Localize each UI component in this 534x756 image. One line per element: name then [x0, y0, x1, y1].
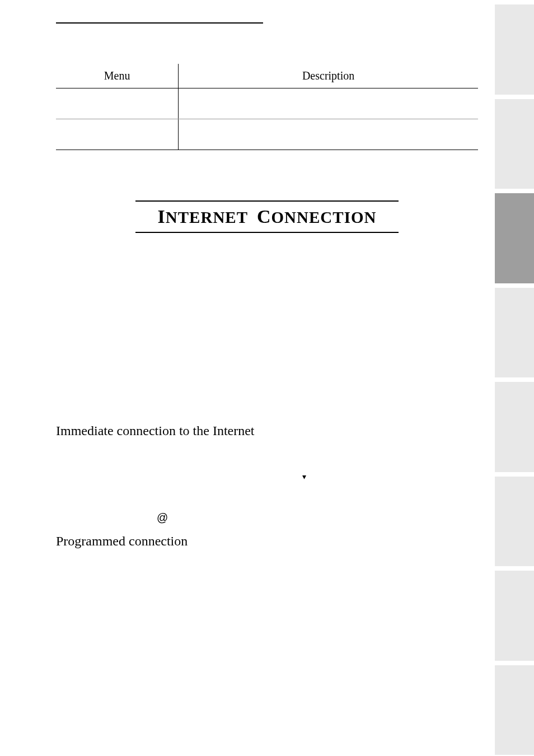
table-cell-menu	[56, 88, 179, 119]
table-row	[56, 119, 478, 150]
table-header-menu: Menu	[56, 64, 179, 88]
table-row	[56, 88, 478, 119]
menu-description-table: Menu Description	[56, 64, 478, 150]
table-cell-description	[179, 119, 478, 150]
side-tab[interactable]	[495, 288, 534, 379]
side-tab[interactable]	[495, 99, 534, 190]
table-header-description: Description	[179, 64, 478, 88]
top-horizontal-rule	[56, 22, 263, 24]
side-tab[interactable]	[495, 571, 534, 662]
subheading-immediate-connection: Immediate connection to the Internet	[56, 423, 478, 438]
side-tab[interactable]	[495, 477, 534, 568]
section-title-internet-connection: INTERNET CONNECTION	[135, 200, 399, 233]
down-triangle-icon: ▾	[302, 472, 306, 481]
table-cell-menu	[56, 119, 179, 150]
side-tabs-container	[495, 0, 534, 756]
subheading-programmed-connection: Programmed connection	[56, 534, 478, 549]
table-cell-description	[179, 88, 478, 119]
side-tab-active[interactable]	[495, 193, 534, 284]
side-tab[interactable]	[495, 382, 534, 473]
side-tab[interactable]	[495, 665, 534, 757]
side-tab[interactable]	[495, 4, 534, 96]
at-symbol-icon: @	[157, 511, 168, 524]
